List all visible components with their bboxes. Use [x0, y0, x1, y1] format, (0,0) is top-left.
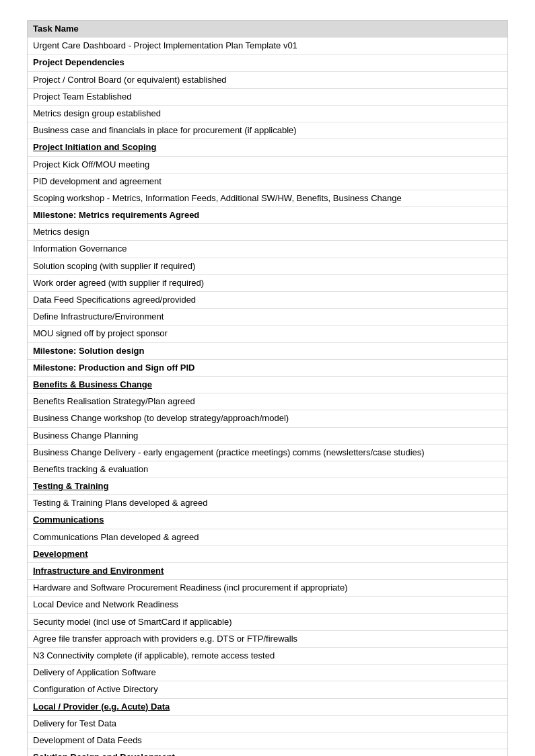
task-table: Task Name Urgent Care Dashboard - Projec…: [27, 20, 508, 756]
task-name-cell: Hardware and Software Procurement Readin…: [28, 580, 353, 596]
table-row: Solution scoping (with supplier if requi…: [28, 258, 507, 275]
table-row: Urgent Care Dashboard - Project Implemen…: [28, 38, 507, 54]
table-row: Infrastructure and Environment: [28, 563, 507, 580]
table-row: Business case and financials in place fo…: [28, 122, 507, 139]
table-row: Communications: [28, 512, 507, 529]
task-name-cell: Business Change Delivery - early engagem…: [28, 445, 430, 461]
task-name-cell: MOU signed off by project sponsor: [28, 326, 173, 342]
task-name-cell: Project / Control Board (or equivalent) …: [28, 72, 232, 88]
table-row: Milestone: Solution design: [28, 343, 507, 360]
table-row: Project / Control Board (or equivalent) …: [28, 72, 507, 89]
table-row: Milestone: Production and Sign off PID: [28, 360, 507, 377]
task-name-cell: Data Feed Specifications agreed/provided: [28, 292, 201, 308]
table-row: MOU signed off by project sponsor: [28, 326, 507, 342]
table-row: Testing & Training: [28, 478, 507, 495]
task-name-cell: Scoping workshop - Metrics, Information …: [28, 190, 407, 206]
table-row: Delivery of Application Software: [28, 665, 507, 681]
table-row: Benefits & Business Change: [28, 377, 507, 393]
task-name-cell: PID development and agreement: [28, 174, 167, 190]
task-name-cell: Communications: [28, 512, 109, 528]
task-name-cell: Project Initiation and Scoping: [28, 139, 162, 155]
task-name-cell: Configuration of Active Directory: [28, 681, 164, 697]
table-row: Business Change Delivery - early engagem…: [28, 445, 507, 461]
task-name-cell: Business Change workshop (to develop str…: [28, 410, 294, 426]
table-row: Project Initiation and Scoping: [28, 139, 507, 156]
task-name-cell: Local Device and Network Readiness: [28, 597, 184, 613]
task-name-cell: Project Kick Off/MOU meeting: [28, 157, 155, 173]
table-row: N3 Connectivity complete (if applicable)…: [28, 648, 507, 665]
task-name-cell: Metrics design: [28, 224, 95, 240]
task-name-cell: Project Team Established: [28, 89, 137, 105]
table-row: Project Dependencies: [28, 54, 507, 71]
task-name-cell: Delivery of Application Software: [28, 665, 162, 681]
task-name-cell: Benefits & Business Change: [28, 377, 157, 393]
task-name-cell: Benefits Realisation Strategy/Plan agree…: [28, 393, 201, 410]
task-name-cell: Infrastructure and Environment: [28, 563, 169, 579]
task-name-cell: Solution scoping (with supplier if requi…: [28, 258, 201, 274]
task-name-cell: Define Infrastructure/Environment: [28, 309, 169, 325]
table-row: Security model (incl use of SmartCard if…: [28, 614, 507, 631]
table-row: Communications Plan developed & agreed: [28, 529, 507, 546]
table-row: Local / Provider (e.g. Acute) Data: [28, 699, 507, 716]
table-row: PID development and agreement: [28, 174, 507, 190]
table-row: Agree file transfer approach with provid…: [28, 631, 507, 648]
task-name-cell: Urgent Care Dashboard - Project Implemen…: [28, 38, 303, 54]
table-row: Configuration of Active Directory: [28, 681, 507, 698]
task-name-cell: Milestone: Production and Sign off PID: [28, 360, 201, 376]
task-name-cell: Local / Provider (e.g. Acute) Data: [28, 699, 175, 715]
table-row: Business Change workshop (to develop str…: [28, 410, 507, 427]
table-row: Benefits Realisation Strategy/Plan agree…: [28, 393, 507, 410]
task-name-cell: Metrics design group established: [28, 106, 166, 122]
table-row: Metrics design group established: [28, 106, 507, 122]
table-row: Scoping workshop - Metrics, Information …: [28, 190, 507, 207]
task-name-cell: N3 Connectivity complete (if applicable)…: [28, 648, 280, 664]
task-name-cell: Milestone: Solution design: [28, 343, 149, 359]
task-name-cell: Development: [28, 546, 94, 562]
task-name-cell: Business case and financials in place fo…: [28, 122, 302, 139]
task-name-cell: Communications Plan developed & agreed: [28, 529, 204, 545]
table-row: Milestone: Metrics requirements Agreed: [28, 207, 507, 224]
table-row: Define Infrastructure/Environment: [28, 309, 507, 326]
task-name-cell: Business Change Planning: [28, 428, 143, 444]
task-name-cell: Delivery for Test Data: [28, 716, 122, 732]
table-row: Development of Data Feeds: [28, 732, 507, 749]
task-name-cell: Benefits tracking & evaluation: [28, 461, 153, 478]
task-name-cell: Development of Data Feeds: [28, 732, 147, 749]
table-row: Work order agreed (with supplier if requ…: [28, 275, 507, 292]
task-name-cell: Agree file transfer approach with provid…: [28, 631, 303, 647]
table-row: Metrics design: [28, 224, 507, 241]
table-row: Business Change Planning: [28, 428, 507, 445]
table-row: Project Kick Off/MOU meeting: [28, 157, 507, 174]
table-row: Testing & Training Plans developed & agr…: [28, 495, 507, 512]
task-name-cell: Security model (incl use of SmartCard if…: [28, 614, 238, 630]
table-row: Data Feed Specifications agreed/provided: [28, 292, 507, 309]
table-row: Project Team Established: [28, 89, 507, 106]
task-name-cell: Testing & Training Plans developed & agr…: [28, 495, 213, 511]
table-header: Task Name: [28, 21, 507, 38]
task-name-cell: Project Dependencies: [28, 54, 130, 71]
task-name-cell: Information Governance: [28, 241, 132, 257]
task-name-cell: Testing & Training: [28, 478, 114, 494]
task-name-cell: Work order agreed (with supplier if requ…: [28, 275, 209, 291]
table-row: Delivery for Test Data: [28, 716, 507, 732]
table-row: Benefits tracking & evaluation: [28, 461, 507, 478]
table-row: Hardware and Software Procurement Readin…: [28, 580, 507, 597]
task-name-header: Task Name: [28, 21, 84, 37]
task-name-cell: Solution Design and Development: [28, 749, 180, 756]
table-row: Solution Design and Development: [28, 749, 507, 756]
task-name-cell: Milestone: Metrics requirements Agreed: [28, 207, 205, 223]
table-row: Development: [28, 546, 507, 563]
table-row: Local Device and Network Readiness: [28, 597, 507, 613]
table-row: Information Governance: [28, 241, 507, 258]
